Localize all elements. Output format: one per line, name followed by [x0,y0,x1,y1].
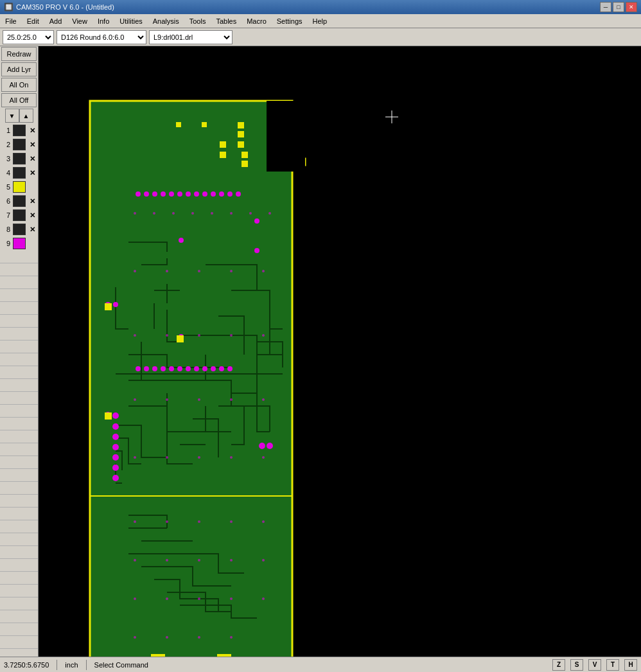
layer-color-6[interactable] [13,195,26,207]
svg-point-35 [211,366,216,371]
layer-toggle-9[interactable] [27,238,37,249]
layer-num-2: 2 [0,141,12,148]
titlebar: 🔲 CAM350 PRO V 6.0 - (Untitled) ─ □ ✕ [0,0,641,14]
svg-point-53 [249,212,252,215]
layer-toggle-8[interactable]: ✕ [27,224,37,234]
layer-color-7[interactable] [13,209,26,221]
layer-row-6: 6 ✕ [0,195,38,208]
minimize-button[interactable]: ─ [600,2,611,12]
main-layout: Redraw Add Lyr All On All Off ▼ ▲ 1 ✕ 2 … [0,46,641,657]
close-button[interactable]: ✕ [626,2,637,12]
layer-toggle-3[interactable]: ✕ [27,154,37,164]
svg-point-6 [136,191,141,197]
svg-rect-98 [238,141,244,148]
svg-point-87 [198,597,200,600]
svg-point-73 [230,456,233,459]
all-off-button[interactable]: All Off [1,93,37,107]
svg-point-14 [202,191,207,197]
pcb-board [39,46,641,657]
menu-settings[interactable]: Settings [272,14,308,28]
add-layer-button[interactable]: Add Lyr [1,62,37,76]
svg-point-8 [152,191,157,197]
svg-point-40 [112,434,119,440]
svg-point-27 [144,366,149,371]
all-on-button[interactable]: All On [1,78,37,92]
svg-rect-106 [151,654,165,657]
svg-rect-101 [220,141,226,148]
layer-num-1: 1 [0,127,12,134]
menu-tools[interactable]: Tools [184,14,211,28]
layer-row-7: 7 ✕ [0,209,38,222]
menu-utilities[interactable]: Utilities [114,14,147,28]
svg-point-88 [230,597,233,600]
svg-point-50 [191,212,194,215]
layer-row-4: 4 ✕ [0,166,38,179]
menu-view[interactable]: View [67,14,92,28]
layer-color-3[interactable] [13,153,26,164]
svg-point-15 [211,191,216,197]
menu-file[interactable]: File [0,14,22,28]
status-coordinates: 3.7250:5.6750 [4,661,49,669]
menu-info[interactable]: Info [92,14,114,28]
canvas-area[interactable] [39,46,641,657]
titlebar-controls: ─ □ ✕ [600,2,637,12]
maximize-button[interactable]: □ [613,2,624,12]
svg-point-77 [198,520,200,523]
status-t-button[interactable]: T [606,659,619,671]
layer-toggle-6[interactable]: ✕ [27,196,37,206]
menu-edit[interactable]: Edit [22,14,44,28]
svg-rect-95 [202,122,207,127]
svg-point-56 [166,270,168,272]
layer-color-9[interactable] [13,238,26,249]
svg-point-39 [112,423,119,430]
layer-color-1[interactable] [13,125,26,136]
menu-help[interactable]: Help [308,14,333,28]
layer-color-2[interactable] [13,139,26,150]
menu-add[interactable]: Add [44,14,67,28]
layer-down-button[interactable]: ▲ [19,109,33,123]
svg-rect-96 [238,122,244,128]
sidebar-empty [0,251,38,657]
status-v-button[interactable]: V [588,659,601,671]
svg-point-65 [134,398,136,401]
layer-color-4[interactable] [13,167,26,179]
svg-point-38 [112,412,119,419]
svg-point-41 [112,444,119,450]
layer-toggle-5[interactable] [27,182,37,192]
layer-file-select[interactable]: L9:drl001.drl [149,30,233,44]
layer-color-8[interactable] [13,224,26,235]
svg-point-32 [186,366,191,371]
svg-rect-103 [105,303,112,310]
svg-point-55 [134,270,136,272]
drill-select[interactable]: D126 Round 6.0:6.0 [57,30,146,44]
svg-point-47 [134,212,136,215]
svg-point-18 [236,191,241,197]
menu-analysis[interactable]: Analysis [148,14,184,28]
layer-toggle-2[interactable]: ✕ [27,139,37,150]
status-z-button[interactable]: Z [552,659,565,671]
layer-toggle-7[interactable]: ✕ [27,210,37,220]
svg-point-26 [136,366,141,371]
menu-tables[interactable]: Tables [211,14,241,28]
svg-point-59 [262,270,265,272]
status-s-button[interactable]: S [570,659,583,671]
titlebar-title: 🔲 CAM350 PRO V 6.0 - (Untitled) [4,3,114,12]
svg-rect-102 [220,152,226,158]
layer-up-button[interactable]: ▼ [5,109,19,123]
menu-macro[interactable]: Macro [241,14,272,28]
svg-point-54 [268,212,271,215]
svg-point-34 [202,366,207,371]
layer-toggle-4[interactable]: ✕ [27,168,37,178]
coord-select[interactable]: 25.0:25.0 [3,30,54,44]
layer-color-5[interactable] [13,181,26,193]
status-h-button[interactable]: H [624,659,637,671]
layer-toggle-1[interactable]: ✕ [27,125,37,136]
layer-row-2: 2 ✕ [0,138,38,151]
svg-point-91 [166,636,168,639]
status-command: Select Command [94,661,148,669]
redraw-button[interactable]: Redraw [1,47,37,61]
svg-point-58 [230,270,233,272]
svg-rect-107 [217,654,231,657]
svg-point-37 [227,366,233,371]
svg-point-93 [230,636,233,639]
